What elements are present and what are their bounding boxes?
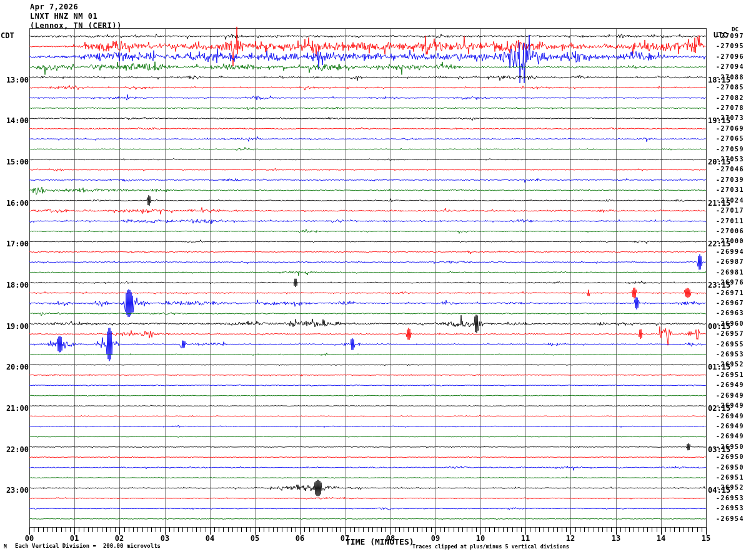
dc-offset-value: -27017 [716, 208, 744, 214]
dc-offset-value: -27073 [716, 115, 744, 121]
cdt-hour-label: 18:00 [0, 281, 29, 289]
dc-offset-value: -26950 [716, 465, 744, 471]
minute-tick-label: 01 [65, 535, 84, 542]
dc-offset-value: -27096 [716, 54, 744, 60]
cdt-hour-label: 22:00 [0, 446, 29, 453]
dc-offset-value: -26953 [716, 495, 744, 501]
dc-offset-value: -26963 [716, 310, 744, 316]
station-location: (Lennox, TN (CERI)) [30, 22, 122, 29]
station-code: LNXT HNZ NM 01 [30, 13, 97, 20]
dc-offset-value: -26952 [716, 485, 744, 491]
dc-offset-value: -26951 [716, 372, 744, 378]
dc-offset-value: -27069 [716, 126, 744, 132]
corner-glyph: M [4, 543, 7, 551]
cdt-hour-label: 16:00 [0, 199, 29, 207]
dc-offset-value: -27000 [716, 238, 744, 244]
cdt-hour-label: 21:00 [0, 405, 29, 412]
cdt-hour-label: 15:00 [0, 158, 29, 166]
dc-offset-value: -26950 [716, 444, 744, 450]
dc-offset-value: -27046 [716, 166, 744, 173]
helicorder-page: Apr 7,2026 LNXT HNZ NM 01 (Lennox, TN (C… [0, 0, 756, 554]
dc-offset-value: -26953 [716, 351, 744, 358]
cdt-hour-label: 19:00 [0, 323, 29, 330]
dc-offset-value: -26960 [716, 321, 744, 327]
cdt-hour-label: 13:00 [0, 76, 29, 84]
dc-offset-value: -26976 [716, 280, 744, 286]
seismogram-canvas [0, 0, 756, 554]
dc-offset-value: -26957 [716, 331, 744, 337]
dc-offset-value: -26987 [716, 259, 744, 265]
minute-tick-label: 03 [156, 535, 174, 542]
dc-offset-value: -26967 [716, 300, 744, 306]
minute-tick-label: 15 [697, 535, 715, 542]
dc-offset-value: -26953 [716, 505, 744, 511]
dc-offset-value: -27078 [716, 105, 744, 111]
dc-offset-value: -27097 [716, 33, 744, 39]
minute-tick-label: 13 [607, 535, 625, 542]
minute-tick-label: 02 [110, 535, 129, 542]
dc-offset-value: -26949 [716, 403, 744, 409]
minute-tick-label: 09 [426, 535, 445, 542]
cdt-hour-label: 23:00 [0, 486, 29, 494]
dc-offset-value: -26949 [716, 382, 744, 388]
minute-tick-label: 06 [291, 535, 309, 542]
dc-offset-value: -26981 [716, 269, 744, 276]
dc-offset-value: -26954 [716, 516, 744, 522]
dc-offset-value: -27053 [716, 156, 744, 163]
dc-offset-value: -27059 [716, 146, 744, 153]
minute-tick-label: 12 [561, 535, 580, 542]
dc-offset-value: -26949 [716, 413, 744, 420]
dc-offset-value: -26951 [716, 475, 744, 481]
scale-note: Each Vertical Division = 200.00 microvol… [15, 543, 161, 549]
cdt-hour-label: 14:00 [0, 117, 29, 124]
dc-offset-value: -26949 [716, 423, 744, 430]
dc-offset-value: -26949 [716, 393, 744, 399]
dc-offset-value: -26950 [716, 454, 744, 460]
clip-note: Traces clipped at plus/minus 5 vertical … [412, 543, 569, 550]
minute-tick-label: 14 [652, 535, 670, 542]
cdt-hour-label: 20:00 [0, 363, 29, 371]
dc-offset-value: -26971 [716, 290, 744, 296]
dc-offset-value: -27065 [716, 136, 744, 142]
left-timezone-label: CDT [1, 32, 14, 39]
minute-tick-label: 10 [471, 535, 490, 542]
minute-tick-label: 11 [516, 535, 535, 542]
dc-offset-value: -26994 [716, 249, 744, 255]
dc-offset-value: -27031 [716, 187, 744, 193]
dc-offset-value: -26949 [716, 433, 744, 440]
minute-tick-label: 04 [201, 535, 219, 542]
dc-offset-value: -27039 [716, 177, 744, 183]
dc-offset-value: -27088 [716, 74, 744, 81]
dc-offset-value: -27082 [716, 95, 744, 101]
dc-offset-value: -27085 [716, 84, 744, 91]
dc-offset-value: -27095 [716, 43, 744, 49]
dc-offset-value: -26955 [716, 341, 744, 348]
minute-tick-label: 00 [20, 535, 39, 542]
cdt-hour-label: 17:00 [0, 240, 29, 248]
dc-offset-value: -26952 [716, 361, 744, 368]
dc-offset-value: -27006 [716, 228, 744, 234]
minute-tick-label: 05 [246, 535, 264, 542]
plot-date: Apr 7,2026 [30, 3, 78, 11]
dc-offset-value: -27024 [716, 198, 744, 204]
dc-offset-value: -27094 [716, 64, 744, 70]
x-axis-title: TIME (MINUTES) [346, 538, 414, 546]
dc-offset-value: -27011 [716, 218, 744, 224]
